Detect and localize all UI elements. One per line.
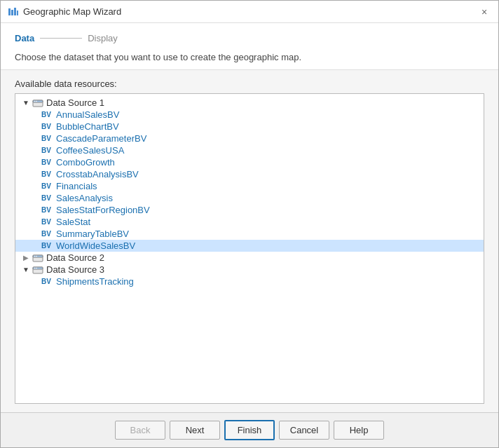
datasource-icon-1 bbox=[32, 98, 43, 108]
bv-label: Financials bbox=[56, 181, 97, 191]
next-button[interactable]: Next bbox=[170, 421, 220, 440]
svg-rect-2 bbox=[14, 8, 16, 15]
bv-crosstabanalysisbv[interactable]: BV CrosstabAnalysisBV bbox=[15, 168, 484, 180]
tab-display[interactable]: Display bbox=[88, 32, 118, 45]
svg-point-10 bbox=[34, 255, 36, 257]
wizard-header: Data Display Choose the dataset that you… bbox=[1, 23, 498, 70]
help-button[interactable]: Help bbox=[334, 421, 384, 440]
bv-combogrowth[interactable]: BV ComboGrowth bbox=[15, 156, 484, 168]
bv-coffeesalesusa[interactable]: BV CoffeeSalesUSA bbox=[15, 144, 484, 156]
bv-label: SaleStat bbox=[56, 217, 90, 227]
bv-icon: BV bbox=[39, 217, 53, 227]
toggle-icon-ds2: ▶ bbox=[21, 253, 31, 263]
bv-bubblechartbv[interactable]: BV BubbleChartBV bbox=[15, 121, 484, 133]
window-title: Geographic Map Wizard bbox=[23, 6, 121, 17]
wizard-tabs: Data Display bbox=[15, 32, 484, 45]
tab-divider bbox=[40, 38, 82, 39]
bv-label: CoffeeSalesUSA bbox=[56, 145, 124, 156]
bv-icon: BV bbox=[39, 277, 53, 287]
bv-label: CascadeParameterBV bbox=[56, 133, 146, 144]
svg-rect-3 bbox=[17, 11, 18, 15]
toggle-icon-ds3: ▼ bbox=[21, 265, 31, 275]
title-bar-left: Geographic Map Wizard bbox=[8, 6, 121, 18]
bv-icon: BV bbox=[39, 122, 53, 132]
datasource-icon-3 bbox=[32, 265, 43, 275]
back-button[interactable]: Back bbox=[115, 421, 165, 440]
wizard-window: Geographic Map Wizard × Data Display Cho… bbox=[0, 0, 499, 448]
bv-icon: BV bbox=[39, 229, 53, 239]
finish-button[interactable]: Finish bbox=[224, 420, 275, 440]
bv-icon: BV bbox=[39, 194, 53, 203]
wizard-description: Choose the dataset that you want to use … bbox=[15, 52, 484, 62]
bv-summarytablebv[interactable]: BV SummaryTableBV bbox=[15, 228, 484, 240]
bv-worldwidesalesbv[interactable]: BV WorldWideSalesBV bbox=[15, 240, 484, 252]
app-icon bbox=[8, 6, 19, 18]
svg-point-7 bbox=[36, 100, 37, 102]
bv-salestat[interactable]: BV SaleStat bbox=[15, 216, 484, 228]
resources-label: Available data resources: bbox=[15, 79, 484, 89]
ds1-label: Data Source 1 bbox=[46, 97, 104, 108]
footer: Back Next Finish Cancel Help bbox=[1, 412, 498, 447]
bv-label: CrosstabAnalysisBV bbox=[56, 169, 139, 179]
bv-cascadeparameterbv[interactable]: BV CascadeParameterBV bbox=[15, 133, 484, 144]
bv-label: ShipmentsTracking bbox=[56, 276, 134, 287]
svg-point-6 bbox=[34, 100, 36, 102]
bv-icon: BV bbox=[39, 158, 53, 168]
bv-label: SalesAnalysis bbox=[56, 193, 113, 203]
svg-point-11 bbox=[36, 255, 37, 257]
svg-rect-0 bbox=[8, 8, 11, 15]
bv-annualsalesbv[interactable]: BV AnnualSalesBV bbox=[15, 109, 484, 121]
datasource-1[interactable]: ▼ Data Source 1 bbox=[15, 97, 484, 109]
bv-label: WorldWideSalesBV bbox=[56, 240, 135, 251]
tab-data[interactable]: Data bbox=[15, 32, 34, 45]
datasource-3[interactable]: ▼ Data Source 3 bbox=[15, 264, 484, 276]
svg-point-14 bbox=[34, 267, 36, 269]
toggle-icon-ds1: ▼ bbox=[21, 98, 31, 108]
tree-container[interactable]: ▼ Data Source 1 BV AnnualSalesBV bbox=[15, 93, 484, 404]
ds2-label: Data Source 2 bbox=[46, 252, 104, 263]
svg-rect-1 bbox=[11, 10, 13, 15]
bv-label: SalesStatForRegionBV bbox=[56, 205, 150, 215]
bv-label: AnnualSalesBV bbox=[56, 109, 119, 120]
cancel-button[interactable]: Cancel bbox=[279, 421, 329, 440]
bv-salesanalysis[interactable]: BV SalesAnalysis bbox=[15, 192, 484, 204]
bv-label: SummaryTableBV bbox=[56, 229, 129, 239]
bv-icon: BV bbox=[39, 241, 53, 251]
content-area: Available data resources: ▼ Data Source … bbox=[1, 70, 498, 412]
datasource-2[interactable]: ▶ Data Source 2 bbox=[15, 252, 484, 264]
bv-icon: BV bbox=[39, 182, 53, 191]
bv-label: ComboGrowth bbox=[56, 157, 115, 168]
bv-icon: BV bbox=[39, 170, 53, 179]
bv-icon: BV bbox=[39, 110, 53, 120]
svg-point-15 bbox=[36, 267, 37, 269]
bv-financials[interactable]: BV Financials bbox=[15, 180, 484, 192]
bv-label: BubbleChartBV bbox=[56, 121, 119, 132]
bv-icon: BV bbox=[39, 205, 53, 215]
bv-shipmentstracking[interactable]: BV ShipmentsTracking bbox=[15, 276, 484, 287]
bv-icon: BV bbox=[39, 146, 53, 156]
close-button[interactable]: × bbox=[477, 5, 491, 19]
bv-icon: BV bbox=[39, 134, 53, 144]
datasource-icon-2 bbox=[32, 253, 43, 263]
ds3-label: Data Source 3 bbox=[46, 264, 104, 275]
bv-salesstatforregionbv[interactable]: BV SalesStatForRegionBV bbox=[15, 204, 484, 216]
title-bar: Geographic Map Wizard × bbox=[1, 1, 498, 23]
